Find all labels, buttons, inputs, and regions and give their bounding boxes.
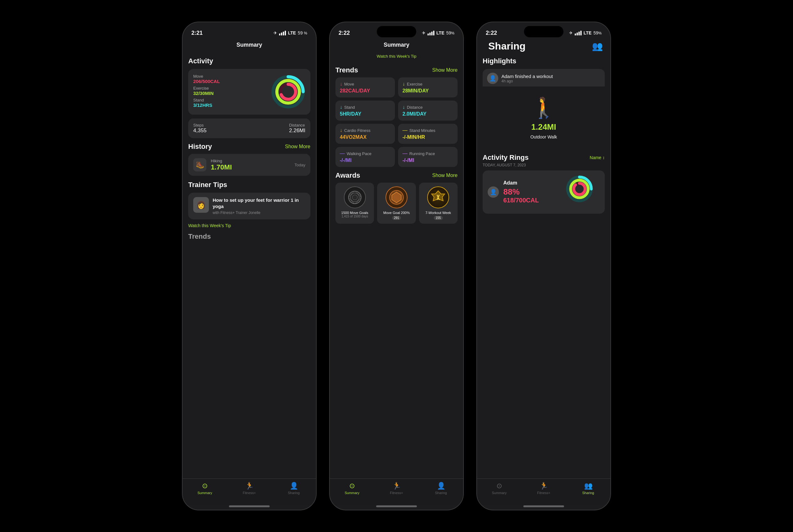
history-title: Hiking <box>211 158 290 163</box>
name-sort-button[interactable]: Name ↕ <box>590 155 605 160</box>
trainer-tip-card[interactable]: 👩 How to set up your feet for warrior 1 … <box>188 193 310 219</box>
distance-label: Distance <box>289 123 305 128</box>
award-7workout-count: 155 <box>434 216 443 220</box>
move-row: Move 206/500CAL <box>193 74 271 84</box>
highlight-time: 4h ago <box>501 79 553 83</box>
award-200pct[interactable]: Move Goal 200% 291 <box>377 183 415 224</box>
tab-summary-3[interactable]: ⊙ Summary <box>477 482 521 495</box>
sharing-page-title: Sharing <box>483 39 605 52</box>
activity-section-title: Activity <box>188 57 310 65</box>
trends-section-header: Trends Show More <box>335 66 458 74</box>
trend-runpace-header: — Running Pace <box>403 151 453 156</box>
tab-sharing-1[interactable]: 👤 Sharing <box>272 482 316 495</box>
trend-move-icon: ↓ <box>340 81 342 87</box>
activity-ring-card: Move 206/500CAL Exercise 32/30MIN Stand … <box>188 69 310 115</box>
trend-move-value: 282CAL/DAY <box>340 88 390 94</box>
award-1500[interactable]: 1500 Move Goals 1,415 of 1500 days <box>335 183 374 224</box>
trends-section-title: Trends <box>335 66 358 74</box>
trend-exercise[interactable]: ↓ Exercise 28MIN/DAY <box>398 77 458 97</box>
nav-title-1: Summary <box>182 39 316 52</box>
tab-fitness-label-3: Fitness+ <box>537 491 550 495</box>
bar4-2 <box>433 31 434 35</box>
tab-fitness-icon-1: 🏃 <box>245 482 254 490</box>
awards-section-header: Awards Show More <box>335 171 458 179</box>
dynamic-island-3 <box>524 26 563 37</box>
walk-figure-icon: 🚶 <box>531 96 556 120</box>
signal-bars-3 <box>575 31 582 35</box>
trends-show-more[interactable]: Show More <box>432 68 458 73</box>
highlight-activity-type: Outdoor Walk <box>530 134 557 139</box>
trend-move[interactable]: ↓ Move 282CAL/DAY <box>335 77 395 97</box>
award-7workout[interactable]: 7-Workout Week 155 <box>419 183 458 224</box>
trend-runpace-name: Running Pace <box>409 151 435 156</box>
trend-walkpace-value: -/-/MI <box>340 157 390 163</box>
history-section-title: History <box>188 142 212 151</box>
trends-label-1: Trends <box>188 232 211 241</box>
awards-section-title: Awards <box>335 171 360 179</box>
trend-exercise-header: ↓ Exercise <box>403 81 453 87</box>
exercise-label: Exercise <box>193 86 271 91</box>
tab-summary-2[interactable]: ⊙ Summary <box>330 482 374 495</box>
stand-label: Stand <box>193 98 271 102</box>
tab-fitness-1[interactable]: 🏃 Fitness+ <box>227 482 272 495</box>
trend-standmin-header: — Stand Minutes <box>403 128 453 133</box>
screen-content-3: Sharing Highlights 👤 Adam finished a wor… <box>477 39 611 478</box>
trend-exercise-icon: ↓ <box>403 81 405 87</box>
phone1: 2:21 ✈ LTE 59 % Summary Activity Move 20… <box>182 22 317 510</box>
trend-distance-value: 2.0MI/DAY <box>403 111 453 117</box>
trend-move-header: ↓ Move <box>340 81 390 87</box>
signal-bars-2 <box>427 31 434 35</box>
trend-stand-value: 5HR/DAY <box>340 111 390 117</box>
sharing-icons-button[interactable]: 👥 <box>592 41 603 51</box>
bar3 <box>283 32 284 35</box>
rings-svg <box>271 75 305 109</box>
activity-stats: Move 206/500CAL Exercise 32/30MIN Stand … <box>193 74 271 110</box>
history-info: Hiking 1.70MI <box>211 158 290 171</box>
bar1-2 <box>427 34 429 35</box>
award-1500-sub: 1,415 of 1500 days <box>341 215 368 218</box>
tab-fitness-2[interactable]: 🏃 Fitness+ <box>374 482 419 495</box>
history-date: Today <box>294 163 305 167</box>
history-show-more[interactable]: Show More <box>285 144 310 149</box>
awards-row: 1500 Move Goals 1,415 of 1500 days Move … <box>335 183 458 224</box>
person-rings-visual <box>565 175 600 209</box>
award-7workout-badge <box>427 186 449 208</box>
award-1500-svg <box>347 190 363 205</box>
distance-value: 2.26MI <box>289 128 305 134</box>
tab-sharing-2[interactable]: 👤 Sharing <box>419 482 463 495</box>
trend-walkpace-header: — Walking Pace <box>340 151 390 156</box>
tab-bar-2: ⊙ Summary 🏃 Fitness+ 👤 Sharing <box>330 478 463 506</box>
week-tip-banner[interactable]: Watch this Week's Tip <box>330 52 463 62</box>
tab-summary-1[interactable]: ⊙ Summary <box>182 482 227 495</box>
awards-show-more[interactable]: Show More <box>432 173 458 178</box>
trend-runpace[interactable]: — Running Pace -/-/MI <box>398 147 458 167</box>
watch-tip-link[interactable]: Watch this Week's Tip <box>188 223 310 228</box>
trend-cardio[interactable]: ↓ Cardio Fitness 44VO2MAX <box>335 124 395 144</box>
trend-distance-header: ↓ Distance <box>403 104 453 110</box>
move-label: Move <box>193 74 271 79</box>
bar2-2 <box>429 33 431 35</box>
tab-summary-label-1: Summary <box>197 491 212 495</box>
tab-fitness-icon-2: 🏃 <box>392 482 401 490</box>
highlight-stat: 1.24MI <box>531 122 556 132</box>
highlight-card[interactable]: 👤 Adam finished a workout 4h ago 🚶 1.24M… <box>483 69 605 149</box>
person-rings-card[interactable]: 👤 Adam 88% 618/700CAL <box>483 170 605 214</box>
history-item[interactable]: 🥾 Hiking 1.70MI Today <box>188 154 310 176</box>
trend-distance[interactable]: ↓ Distance 2.0MI/DAY <box>398 100 458 121</box>
bar2 <box>281 33 282 35</box>
tab-fitness-3[interactable]: 🏃 Fitness+ <box>521 482 566 495</box>
trend-stand[interactable]: ↓ Stand 5HR/DAY <box>335 100 395 121</box>
bar3-2 <box>431 32 432 35</box>
history-value: 1.70MI <box>211 163 290 171</box>
status-icons-1: ✈ LTE 59 % <box>273 31 307 35</box>
trend-exercise-value: 28MIN/DAY <box>403 88 453 94</box>
tab-sharing-3[interactable]: 👥 Sharing <box>566 482 611 495</box>
bar1-3 <box>575 34 576 35</box>
svg-point-7 <box>350 193 359 202</box>
tab-sharing-label-2: Sharing <box>435 491 447 495</box>
activity-rings-title: Activity Rings <box>483 153 529 162</box>
steps-label: Steps <box>193 123 207 128</box>
trend-walkpace[interactable]: — Walking Pace -/-/MI <box>335 147 395 167</box>
trend-standmin[interactable]: — Stand Minutes -/-MIN/HR <box>398 124 458 144</box>
steps-distance-card: Steps 4,355 Distance 2.26MI <box>188 118 310 138</box>
